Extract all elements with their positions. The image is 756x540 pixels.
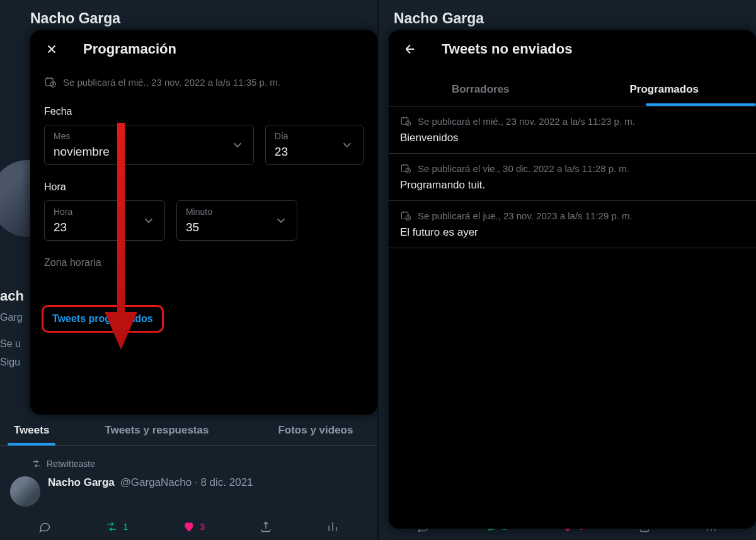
left-screenshot: Nacho Garga ach Garg Se u Sigu Tweets Tw…	[0, 0, 378, 540]
tab-tweets[interactable]: Tweets	[0, 416, 63, 444]
chevron-down-icon	[274, 214, 288, 227]
date-section-label: Fecha	[30, 101, 377, 125]
back-arrow-icon[interactable]	[401, 40, 419, 58]
unsent-tabs: Borradores Programados	[389, 73, 756, 106]
profile-name: Nacho Garga	[394, 10, 484, 27]
calendar-icon	[400, 163, 411, 174]
chevron-down-icon	[231, 138, 244, 152]
time-section-label: Hora	[30, 176, 377, 200]
tweet-actions: 1 3	[0, 514, 377, 539]
scheduled-item[interactable]: Se publicará el mié., 23 nov. 2022 a la/…	[389, 106, 756, 154]
profile-name: Nacho Garga	[30, 10, 120, 27]
profile-tabs: Tweets Tweets y respuestas Fotos y video…	[0, 415, 377, 446]
modal-title: Programación	[83, 41, 176, 57]
tweet-author-name: Nacho Garga	[48, 476, 115, 488]
like-button[interactable]: 3	[183, 520, 205, 533]
scheduled-tweets-button[interactable]: Tweets programados	[42, 305, 164, 333]
retweet-icon	[32, 459, 42, 469]
unsent-tweets-modal: Tweets no enviados Borradores Programado…	[389, 30, 756, 529]
chevron-down-icon	[340, 138, 354, 152]
tz-label: Zona horaria	[30, 252, 377, 276]
month-field[interactable]: Mes noviembre	[44, 125, 254, 165]
tweet-row[interactable]: Nacho Garga @GargaNacho · 8 dic. 2021	[0, 471, 377, 512]
tweet-author-handle: @GargaNacho	[120, 476, 192, 488]
tweet-avatar	[10, 476, 40, 507]
calendar-icon	[400, 115, 411, 127]
profile-bg-text: ach Garg Se u Sigu	[0, 284, 24, 372]
tab-replies[interactable]: Tweets y respuestas	[91, 416, 222, 444]
tab-media[interactable]: Fotos y videos	[264, 416, 367, 444]
modal-title: Tweets no enviados	[442, 41, 572, 57]
calendar-icon	[44, 76, 57, 88]
publish-info: Se publicará el mié., 23 nov. 2022 a la/…	[63, 77, 280, 88]
hour-field[interactable]: Hora 23	[44, 200, 165, 241]
right-screenshot: Nacho Garga 1 3	[378, 0, 756, 540]
retweet-button[interactable]: 1	[105, 520, 128, 533]
calendar-icon	[400, 210, 411, 221]
share-button[interactable]	[260, 520, 272, 533]
day-field[interactable]: Día 23	[265, 125, 364, 165]
scheduled-item[interactable]: Se publicará el vie., 30 dic. 2022 a la/…	[389, 154, 756, 201]
scheduled-item[interactable]: Se publicará el jue., 23 nov. 2023 a la/…	[389, 201, 756, 248]
tab-drafts[interactable]: Borradores	[389, 73, 573, 106]
schedule-modal: Programación Se publicará el mié., 23 no…	[30, 30, 377, 415]
minute-field[interactable]: Minuto 35	[176, 200, 297, 241]
tweet-date: 8 dic. 2021	[200, 476, 253, 488]
close-icon[interactable]	[43, 40, 60, 58]
reply-button[interactable]	[38, 520, 51, 533]
chevron-down-icon	[142, 214, 156, 227]
tab-scheduled[interactable]: Programados	[573, 73, 757, 106]
analytics-button[interactable]	[326, 520, 339, 533]
